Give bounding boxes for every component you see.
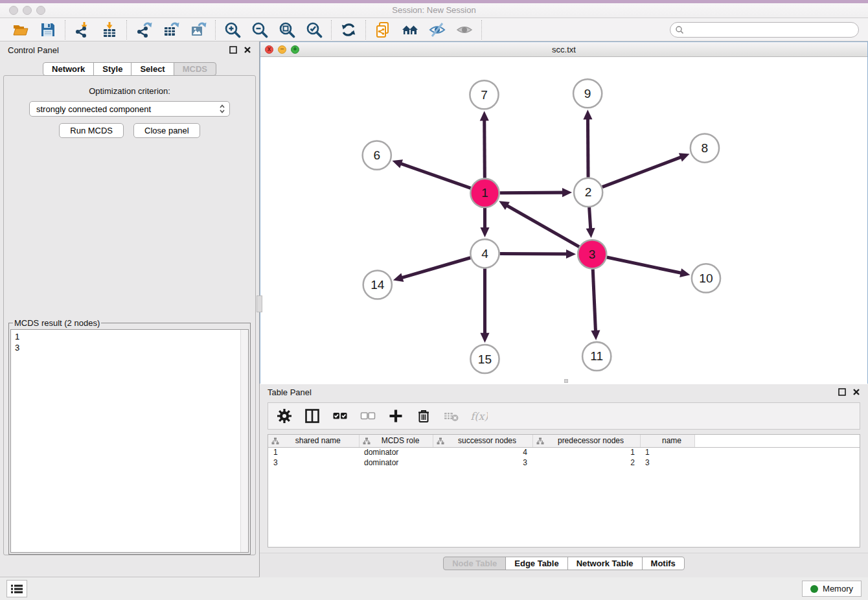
optimization-criterion-label: Optimization criterion: bbox=[4, 86, 255, 96]
close-table-panel-icon[interactable] bbox=[852, 388, 860, 396]
float-table-panel-icon[interactable] bbox=[838, 388, 846, 396]
table-cell[interactable]: 1 bbox=[532, 447, 640, 457]
export-table-icon[interactable] bbox=[163, 21, 179, 38]
graph-edge-2-8[interactable] bbox=[602, 153, 690, 187]
graph-node-6[interactable]: 6 bbox=[363, 141, 391, 170]
table-cell[interactable]: 4 bbox=[433, 447, 532, 457]
import-table-icon[interactable] bbox=[101, 21, 118, 38]
graph-edge-3-1[interactable] bbox=[499, 201, 579, 247]
add-column-icon[interactable] bbox=[387, 408, 404, 424]
tab-motifs[interactable]: Motifs bbox=[642, 557, 685, 570]
table-cell[interactable]: 2 bbox=[532, 457, 640, 468]
graph-edge-1-6[interactable] bbox=[392, 159, 470, 188]
zoom-fit-icon[interactable] bbox=[279, 21, 295, 38]
svg-text:1: 1 bbox=[481, 186, 488, 200]
criterion-select[interactable]: strongly connected component bbox=[29, 101, 230, 117]
close-panel-icon[interactable] bbox=[244, 46, 251, 54]
first-neighbors-icon[interactable] bbox=[402, 21, 418, 38]
table-cell[interactable]: 3 bbox=[268, 457, 359, 468]
tab-edge-table[interactable]: Edge Table bbox=[505, 557, 567, 570]
table-tabs: Node TableEdge TableNetwork TableMotifs bbox=[443, 557, 685, 570]
save-session-icon[interactable] bbox=[40, 21, 56, 38]
export-image-icon[interactable] bbox=[190, 21, 207, 38]
graph-node-1[interactable]: 1 bbox=[470, 179, 499, 207]
table-cell[interactable]: dominator bbox=[359, 447, 433, 457]
graph-node-4[interactable]: 4 bbox=[470, 239, 499, 268]
table-cell[interactable]: dominator bbox=[359, 457, 433, 468]
function-builder-icon[interactable]: f(x) bbox=[471, 408, 488, 424]
graph-node-8[interactable]: 8 bbox=[691, 134, 719, 163]
run-mcds-button[interactable]: Run MCDS bbox=[59, 123, 124, 138]
delete-table-icon[interactable] bbox=[443, 408, 460, 424]
deselect-all-checkboxes-icon[interactable] bbox=[360, 408, 376, 424]
graph-node-15[interactable]: 15 bbox=[470, 345, 499, 373]
graph-edge-4-3[interactable] bbox=[500, 249, 577, 259]
list-icon bbox=[10, 584, 23, 594]
column-header-mcds-role[interactable]: MCDS role bbox=[359, 435, 433, 447]
graph-edge-4-15[interactable] bbox=[480, 268, 489, 342]
graph-node-11[interactable]: 11 bbox=[582, 342, 611, 371]
panel-splitter-handle[interactable] bbox=[257, 295, 262, 312]
mcds-result-fieldset: MCDS result (2 nodes) 13 bbox=[8, 318, 251, 555]
close-panel-button[interactable]: Close panel bbox=[133, 123, 200, 138]
zoom-selected-icon[interactable] bbox=[306, 21, 323, 38]
graph-edge-4-14[interactable] bbox=[393, 258, 470, 282]
column-header-predecessor-nodes[interactable]: predecessor nodes bbox=[532, 435, 640, 447]
result-scrollbar[interactable] bbox=[240, 330, 248, 552]
float-panel-icon[interactable] bbox=[229, 46, 237, 54]
table-cell[interactable]: 1 bbox=[268, 447, 359, 457]
graph-node-7[interactable]: 7 bbox=[470, 80, 498, 109]
network-canvas[interactable]: 1234678910111415 bbox=[260, 57, 867, 384]
duplicate-network-icon[interactable] bbox=[374, 21, 391, 38]
graph-node-9[interactable]: 9 bbox=[573, 79, 602, 108]
table-row[interactable]: 3dominator323 bbox=[268, 457, 860, 468]
graph-edge-1-2[interactable] bbox=[500, 188, 572, 197]
show-panels-button[interactable] bbox=[6, 580, 27, 597]
result-line: 1 bbox=[15, 331, 244, 342]
table-settings-icon[interactable] bbox=[276, 408, 293, 424]
search-input[interactable] bbox=[670, 22, 859, 38]
tab-select[interactable]: Select bbox=[131, 62, 174, 76]
table-row[interactable]: 1dominator411 bbox=[268, 447, 860, 457]
column-header-successor-nodes[interactable]: successor nodes bbox=[433, 435, 532, 447]
zoom-out-icon[interactable] bbox=[251, 21, 268, 38]
table-cell[interactable]: 3 bbox=[433, 457, 532, 468]
toolbar-group bbox=[332, 20, 366, 40]
table-cell[interactable]: 1 bbox=[640, 447, 694, 457]
graph-node-2[interactable]: 2 bbox=[574, 178, 602, 207]
graph-node-10[interactable]: 10 bbox=[692, 264, 720, 292]
open-session-icon[interactable] bbox=[12, 21, 29, 38]
select-all-checkboxes-icon[interactable] bbox=[332, 408, 348, 424]
show-all-icon[interactable] bbox=[456, 21, 473, 38]
graph-edge-3-11[interactable] bbox=[591, 269, 600, 340]
tab-style[interactable]: Style bbox=[93, 62, 131, 76]
network-resize-handle[interactable] bbox=[564, 379, 568, 383]
tab-node-table[interactable]: Node Table bbox=[443, 557, 506, 570]
graph-edge-1-7[interactable] bbox=[480, 111, 489, 178]
graph-node-14[interactable]: 14 bbox=[363, 270, 392, 299]
session-title: Session: New Session bbox=[0, 5, 868, 15]
hide-selected-icon[interactable] bbox=[429, 21, 446, 38]
export-network-icon[interactable] bbox=[135, 21, 152, 38]
column-header-shared-name[interactable]: shared name bbox=[268, 435, 359, 447]
graph-edge-3-10[interactable] bbox=[607, 257, 691, 277]
zoom-in-icon[interactable] bbox=[224, 21, 241, 38]
column-header-name[interactable]: name bbox=[640, 435, 694, 447]
main-toolbar bbox=[0, 18, 868, 41]
delete-column-icon[interactable] bbox=[415, 408, 432, 424]
mcds-result-list[interactable]: 13 bbox=[10, 329, 249, 553]
refresh-layout-icon[interactable] bbox=[340, 21, 357, 38]
graph-node-3[interactable]: 3 bbox=[578, 240, 606, 268]
graph-edge-2-9[interactable] bbox=[583, 110, 592, 177]
tab-mcds[interactable]: MCDS bbox=[174, 62, 216, 76]
tab-network[interactable]: Network bbox=[43, 62, 94, 76]
graph-edge-2-3[interactable] bbox=[586, 207, 595, 238]
graph-edge-1-4[interactable] bbox=[480, 208, 489, 237]
network-view-window: x – + scc.txt 1234678910111415 bbox=[260, 41, 868, 384]
split-view-icon[interactable] bbox=[304, 408, 321, 424]
import-network-icon[interactable] bbox=[74, 21, 91, 38]
network-window-titlebar[interactable]: x – + scc.txt bbox=[260, 42, 867, 57]
tab-network-table[interactable]: Network Table bbox=[567, 557, 643, 570]
memory-button[interactable]: Memory bbox=[802, 581, 862, 597]
table-cell[interactable]: 3 bbox=[640, 457, 694, 468]
